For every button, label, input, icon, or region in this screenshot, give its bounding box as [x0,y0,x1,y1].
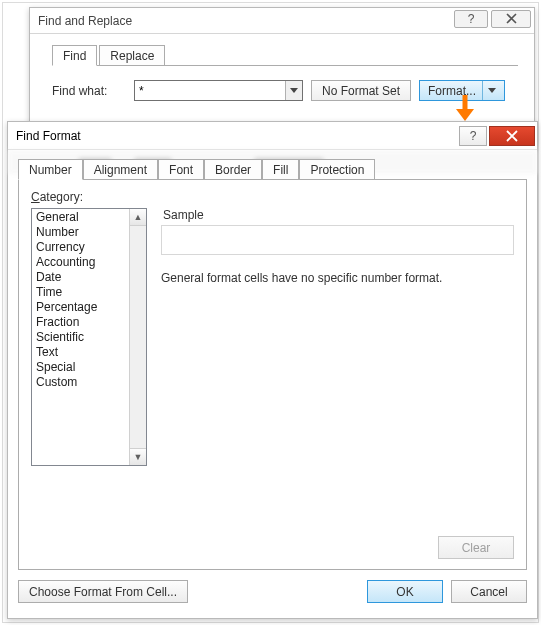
help-icon: ? [468,12,475,26]
category-item[interactable]: Currency [32,240,129,255]
sample-box [161,225,514,255]
find-replace-titlebar: Find and Replace ? [30,8,534,34]
format-dropdown[interactable] [482,81,496,100]
category-item[interactable]: Special [32,360,129,375]
category-item[interactable]: Scientific [32,330,129,345]
no-format-set-display: No Format Set [311,80,411,101]
close-button[interactable] [491,10,531,28]
clear-button[interactable]: Clear [438,536,514,559]
tab-font[interactable]: Font [158,159,204,180]
find-format-title: Find Format [16,129,81,143]
scroll-up-icon[interactable]: ▲ [130,209,146,226]
close-icon [505,13,518,24]
category-item[interactable]: Time [32,285,129,300]
find-what-input[interactable] [135,81,285,100]
category-item[interactable]: Accounting [32,255,129,270]
find-format-tabs: Number Alignment Font Border Fill Protec… [18,158,527,180]
category-listbox[interactable]: GeneralNumberCurrencyAccountingDateTimeP… [31,208,147,466]
find-format-titlebar: Find Format ? [8,122,537,150]
scroll-down-icon[interactable]: ▼ [130,448,146,465]
chevron-down-icon [488,88,496,93]
chevron-down-icon [290,88,298,93]
tab-number[interactable]: Number [18,159,83,180]
help-icon: ? [470,129,477,143]
help-button[interactable]: ? [454,10,488,28]
canvas: Find and Replace ? Find Replace Find wha… [2,2,539,623]
category-item[interactable]: Fraction [32,315,129,330]
close-button[interactable] [489,126,535,146]
find-what-dropdown[interactable] [285,81,302,100]
ok-button[interactable]: OK [367,580,443,603]
format-button[interactable]: Format... [419,80,505,101]
category-item[interactable]: General [32,210,129,225]
help-button[interactable]: ? [459,126,487,146]
category-item[interactable]: Text [32,345,129,360]
number-panel: Category: GeneralNumberCurrencyAccountin… [18,180,527,570]
category-item[interactable]: Percentage [32,300,129,315]
category-scrollbar[interactable]: ▲ ▼ [129,209,146,465]
find-what-label: Find what: [52,84,126,98]
tab-find[interactable]: Find [52,45,97,66]
tab-replace[interactable]: Replace [99,45,165,66]
format-description: General format cells have no specific nu… [161,271,514,285]
find-replace-tabs: Find Replace [52,44,518,66]
category-item[interactable]: Number [32,225,129,240]
choose-format-from-cell-button[interactable]: Choose Format From Cell... [18,580,188,603]
find-format-dialog: Find Format ? Number Alignment Font Bord… [7,121,538,619]
format-button-label: Format... [428,84,476,98]
tab-alignment[interactable]: Alignment [83,159,158,180]
sample-label: Sample [163,208,514,222]
tab-border[interactable]: Border [204,159,262,180]
close-icon [506,130,518,142]
tab-protection[interactable]: Protection [299,159,375,180]
tab-fill[interactable]: Fill [262,159,299,180]
category-item[interactable]: Date [32,270,129,285]
find-what-combo[interactable] [134,80,303,101]
cancel-button[interactable]: Cancel [451,580,527,603]
find-replace-title: Find and Replace [38,14,132,28]
category-label: Category: [31,190,514,204]
category-item[interactable]: Custom [32,375,129,390]
